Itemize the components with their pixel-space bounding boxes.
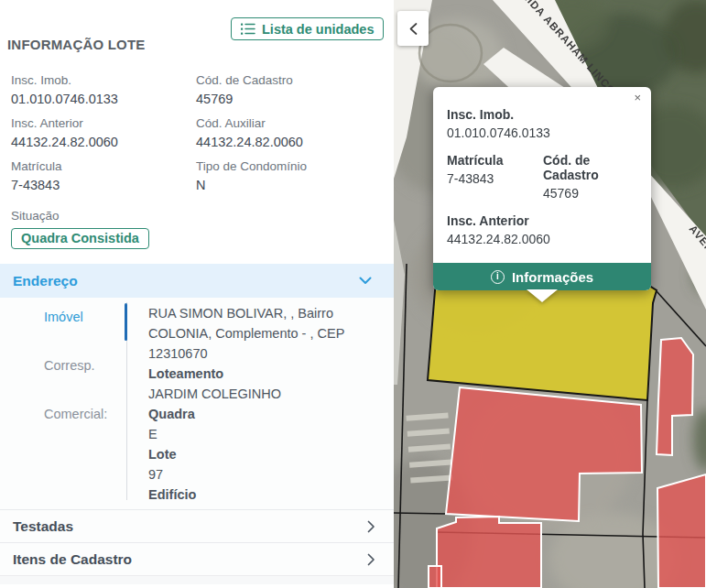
active-tab-indicator: [125, 303, 127, 341]
detail-label-loteamento: Loteamento: [148, 364, 385, 384]
section-itens-label: Itens de Cadastro: [13, 551, 132, 568]
lot-info-popup: × Insc. Imob. 01.010.0746.0133 Matrícula…: [433, 87, 651, 290]
address-content: RUA SIMON BOLIVAR, , Bairro COLONIA, Com…: [148, 303, 385, 505]
popup-field-matricula: Matrícula 7-43843: [447, 153, 543, 201]
section-itens-de-cadastro[interactable]: Itens de Cadastro: [0, 542, 394, 575]
accordion-endereco-label: Endereço: [13, 273, 78, 289]
list-icon: [241, 23, 255, 35]
popup-field-insc-imob: Insc. Imob. 01.010.0746.0133: [447, 107, 638, 141]
info-icon: i: [491, 270, 505, 284]
lista-de-unidades-label: Lista de unidades: [262, 22, 374, 37]
chevron-right-icon: [367, 520, 375, 533]
informacoes-label: Informações: [512, 269, 593, 285]
detail-value-loteamento: JARDIM COLEGINHO: [148, 384, 385, 404]
detail-label-lote: Lote: [148, 444, 385, 464]
detail-value-quadra: E: [148, 424, 385, 444]
map-panel-collapse-button[interactable]: [397, 11, 429, 46]
field-situacao: Situação Quadra Consistida: [11, 209, 149, 249]
field-cod-cadastro: Cód. de Cadastro 45769: [196, 73, 379, 106]
section-testadas[interactable]: Testadas: [0, 509, 394, 542]
popup-fields: Insc. Imob. 01.010.0746.0133 Matrícula 7…: [433, 87, 651, 263]
accordion-endereco[interactable]: Endereço: [0, 264, 394, 298]
close-icon[interactable]: ×: [632, 90, 643, 105]
field-insc-anterior: Insc. Anterior 44132.24.82.0060: [11, 116, 196, 149]
detail-label-edificio: Edifício: [148, 485, 385, 505]
endereco-tabs: Imóvel Corresp. Comercial:: [0, 298, 126, 421]
page-title: INFORMAÇÃO LOTE: [7, 37, 146, 52]
lista-de-unidades-button[interactable]: Lista de unidades: [231, 17, 384, 40]
lot-information-page: Lista de unidades INFORMAÇÃO LOTE Insc. …: [0, 0, 706, 588]
status-badge: Quadra Consistida: [11, 228, 149, 249]
detail-label-quadra: Quadra: [148, 404, 385, 424]
tab-comercial[interactable]: Comercial:: [0, 407, 126, 421]
informacoes-button[interactable]: i Informações: [433, 263, 651, 290]
field-cod-auxiliar: Cód. Auxiliar 44132.24.82.0060: [196, 116, 379, 149]
building-bottom-left-step[interactable]: [429, 566, 441, 588]
tab-corresp[interactable]: Corresp.: [0, 358, 126, 373]
detail-value-lote: 97: [148, 464, 385, 485]
map-canvas[interactable]: AVENIDA ABRAHAM LINCOLN AVENIDA: [394, 0, 706, 588]
section-testadas-label: Testadas: [13, 518, 73, 535]
popup-caret: [527, 289, 558, 302]
field-matricula: Matrícula 7-43843: [11, 159, 196, 192]
chevron-left-icon: [408, 22, 418, 36]
popup-field-cod-cadastro: Cód. de Cadastro 45769: [543, 153, 638, 201]
building-bottom-center[interactable]: [437, 517, 541, 588]
chevron-right-icon: [367, 553, 375, 566]
field-insc-imob: Insc. Imob. 01.010.0746.0133: [11, 73, 196, 106]
field-tipo-condominio: Tipo de Condomínio N: [196, 159, 379, 192]
panel-footer-strip: [0, 575, 394, 584]
address-line: RUA SIMON BOLIVAR, , Bairro COLONIA, Com…: [148, 303, 385, 364]
chevron-down-icon: [359, 277, 372, 285]
popup-field-insc-anterior: Insc. Anterior 44132.24.82.0060: [447, 213, 638, 247]
building-bottom-right[interactable]: [657, 474, 706, 588]
tab-imovel[interactable]: Imóvel: [0, 310, 126, 324]
lot-fields: Insc. Imob. 01.010.0746.0133 Cód. de Cad…: [11, 73, 379, 192]
